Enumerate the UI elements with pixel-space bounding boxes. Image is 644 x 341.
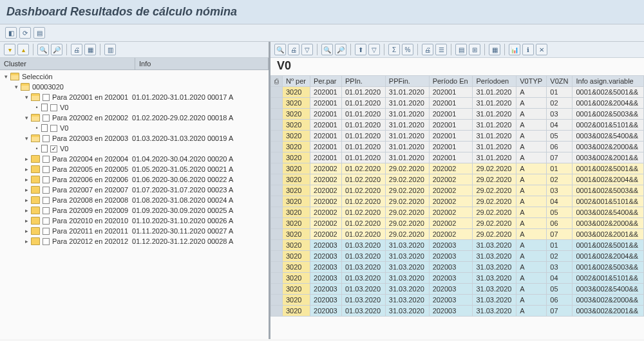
- row-selector[interactable]: [271, 262, 283, 273]
- table-row[interactable]: 302020200201.02.202029.02.202020200229.0…: [271, 229, 644, 240]
- column-header[interactable]: V0ZN: [547, 76, 573, 87]
- expander-icon[interactable]: ▸: [23, 187, 30, 193]
- checkbox[interactable]: [43, 207, 50, 214]
- print3-icon[interactable]: 🖨: [422, 44, 433, 55]
- table-row[interactable]: 302020200201.02.202029.02.202020200229.0…: [271, 174, 644, 185]
- expander-icon[interactable]: ▸: [23, 197, 30, 203]
- columns-icon[interactable]: ▥: [104, 44, 116, 55]
- find-icon[interactable]: 🔍: [37, 44, 49, 55]
- expander-icon[interactable]: ▾: [23, 94, 30, 100]
- expander-icon[interactable]: ▸: [23, 207, 30, 214]
- table-row[interactable]: 302020200201.02.202029.02.202020200229.0…: [271, 196, 644, 207]
- expand-icon[interactable]: ▾: [4, 44, 15, 55]
- column-header[interactable]: V0TYP: [516, 76, 547, 87]
- collapse-icon[interactable]: ▴: [17, 44, 29, 55]
- table-row[interactable]: 302020200201.02.202029.02.202020200229.0…: [271, 218, 644, 229]
- expander-icon[interactable]: ▸: [23, 217, 30, 224]
- row-selector[interactable]: [271, 207, 283, 218]
- collapse-icon[interactable]: ▾: [3, 73, 9, 80]
- tree-row[interactable]: ▾Para 202002 en 20200201.02.2020-29.02.2…: [0, 113, 269, 123]
- tree-row[interactable]: ▾00003020: [0, 82, 269, 92]
- details-icon[interactable]: 🔍: [274, 44, 286, 55]
- filter2-icon[interactable]: ▽: [368, 44, 380, 55]
- table-row[interactable]: 302020200101.01.202031.01.202020200131.0…: [271, 152, 644, 163]
- checkbox[interactable]: [43, 217, 50, 225]
- expander-icon[interactable]: ▸: [23, 166, 30, 172]
- table-row[interactable]: 302020200101.01.202031.01.202020200131.0…: [271, 98, 644, 109]
- row-selector[interactable]: [271, 120, 283, 131]
- checkbox[interactable]: [50, 125, 57, 132]
- tree-row[interactable]: ▸Para 202006 en 20200601.06.2020-30.06.2…: [0, 174, 269, 185]
- tree-row[interactable]: ▸Para 202004 en 20200401.04.2020-30.04.2…: [0, 154, 269, 164]
- table-row[interactable]: 302020200101.01.202031.01.202020200131.0…: [271, 109, 644, 120]
- table-row[interactable]: 302020200301.03.202031.03.202020200331.0…: [271, 262, 644, 273]
- refresh-icon[interactable]: ⟳: [19, 27, 31, 39]
- row-selector[interactable]: [271, 152, 283, 163]
- tree-row[interactable]: ▾Para 202001 en 20200101.01.2020-31.01.2…: [0, 92, 269, 102]
- row-selector[interactable]: [271, 273, 283, 284]
- row-selector[interactable]: [271, 306, 283, 317]
- column-header[interactable]: Período En: [429, 76, 473, 87]
- column-header[interactable]: Per.par: [310, 76, 342, 87]
- window-icon[interactable]: ◧: [5, 27, 17, 39]
- column-header[interactable]: Períodoen: [473, 76, 516, 87]
- tree-row[interactable]: ▾Selección: [0, 71, 269, 82]
- tree-row[interactable]: ▸Para 202005 en 20200501.05.2020-31.05.2…: [0, 164, 269, 174]
- row-selector[interactable]: [271, 295, 283, 306]
- tree-row[interactable]: •✓V0: [0, 143, 269, 154]
- print-icon[interactable]: 🖨: [71, 44, 82, 55]
- row-selector[interactable]: [271, 163, 283, 174]
- checkbox[interactable]: [43, 115, 50, 122]
- row-selector[interactable]: [271, 174, 283, 185]
- checkbox[interactable]: [43, 228, 50, 235]
- row-selector[interactable]: [271, 284, 283, 295]
- table-row[interactable]: 302020200301.03.202031.03.202020200331.0…: [271, 240, 644, 251]
- checkbox[interactable]: [43, 176, 50, 183]
- row-selector[interactable]: [271, 185, 283, 196]
- table-row[interactable]: 302020200101.01.202031.01.202020200131.0…: [271, 142, 644, 152]
- row-selector[interactable]: [271, 98, 283, 109]
- table-row[interactable]: 302020200301.03.202031.03.202020200331.0…: [271, 306, 644, 317]
- select-layout-icon[interactable]: ▦: [489, 44, 500, 55]
- tree-row[interactable]: ▸Para 202012 en 20201201.12.2020-31.12.2…: [0, 236, 269, 246]
- checkbox[interactable]: [43, 94, 50, 101]
- expander-icon[interactable]: ▸: [23, 238, 30, 244]
- table-row[interactable]: 302020200301.03.202031.03.202020200331.0…: [271, 273, 644, 284]
- column-header[interactable]: Info asign.variable: [573, 76, 644, 87]
- checkbox[interactable]: ✓: [50, 145, 57, 152]
- tree-row[interactable]: •V0: [0, 102, 269, 113]
- chart-icon[interactable]: 📊: [509, 44, 520, 55]
- row-selector[interactable]: [271, 87, 283, 98]
- tree-row[interactable]: ▸Para 202008 en 20200801.08.2020-31.08.2…: [0, 195, 269, 205]
- sum-icon[interactable]: Σ: [388, 44, 400, 55]
- select-all[interactable]: ⎙: [271, 76, 283, 87]
- filter-icon[interactable]: ▽: [301, 44, 313, 55]
- row-selector[interactable]: [271, 251, 283, 262]
- sort-asc-icon[interactable]: ⬆: [355, 44, 366, 55]
- row-selector[interactable]: [271, 240, 283, 251]
- table-row[interactable]: 302020200101.01.202031.01.202020200131.0…: [271, 131, 644, 142]
- checkbox[interactable]: [43, 166, 50, 173]
- table-row[interactable]: 302020200201.02.202029.02.202020200229.0…: [271, 207, 644, 218]
- expander-icon[interactable]: ▸: [23, 156, 30, 162]
- tree-row[interactable]: ▸Para 202009 en 20200901.09.2020-30.09.2…: [0, 205, 269, 216]
- collapse-icon[interactable]: ▾: [13, 84, 19, 90]
- table-row[interactable]: 302020200301.03.202031.03.202020200331.0…: [271, 295, 644, 306]
- row-selector[interactable]: [271, 229, 283, 240]
- checkbox[interactable]: [50, 104, 57, 111]
- export2-icon[interactable]: ▤: [455, 44, 467, 55]
- table-row[interactable]: 302020200201.02.202029.02.202020200229.0…: [271, 163, 644, 174]
- table-row[interactable]: 302020200301.03.202031.03.202020200331.0…: [271, 284, 644, 295]
- row-selector[interactable]: [271, 196, 283, 207]
- layout2-icon[interactable]: ☰: [435, 44, 447, 55]
- expander-icon[interactable]: ▾: [23, 135, 30, 142]
- find-next2-icon[interactable]: 🔎: [335, 44, 346, 55]
- row-selector[interactable]: [271, 109, 283, 120]
- table-row[interactable]: 302020200101.01.202031.01.202020200131.0…: [271, 120, 644, 131]
- expander-icon[interactable]: ▾: [23, 115, 30, 121]
- excel-icon[interactable]: ⊞: [469, 44, 480, 55]
- table-row[interactable]: 302020200201.02.202029.02.202020200229.0…: [271, 185, 644, 196]
- checkbox[interactable]: [43, 238, 50, 245]
- row-selector[interactable]: [271, 142, 283, 152]
- export-icon[interactable]: ▤: [33, 27, 45, 39]
